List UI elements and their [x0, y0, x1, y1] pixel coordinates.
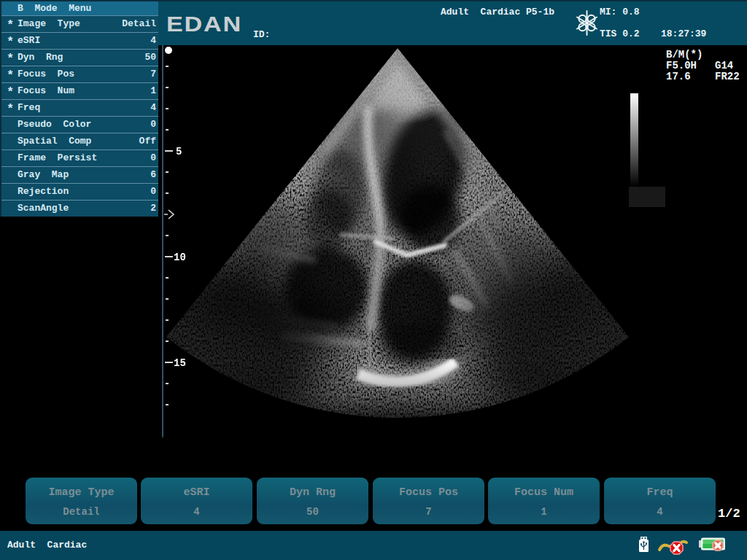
svg-text:15: 15	[174, 357, 186, 369]
svg-text:10: 10	[174, 252, 186, 263]
svg-text:5: 5	[176, 146, 182, 158]
